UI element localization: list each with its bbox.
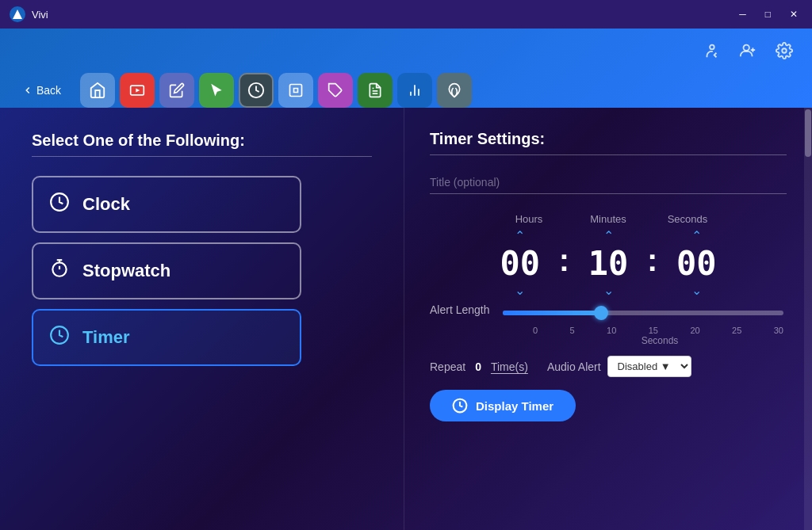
audio-alert-label: Audio Alert	[547, 360, 601, 373]
scrollbar-thumb	[805, 109, 811, 157]
slider-track	[503, 311, 784, 315]
right-panel: Timer Settings: Hours Minutes Seconds ⌃ …	[404, 108, 812, 530]
svg-marker-0	[13, 10, 22, 19]
svg-marker-7	[136, 89, 140, 93]
seconds-col: ⌃ 00 ⌄	[661, 228, 732, 299]
svg-point-1	[710, 45, 714, 50]
seconds-value: 00	[676, 244, 717, 283]
slider-thumb	[594, 306, 608, 320]
seconds-up-button[interactable]: ⌃	[690, 228, 703, 244]
stopwatch-option[interactable]: Stopwatch	[32, 242, 301, 299]
alert-length-label: Alert Length	[430, 303, 490, 316]
tick-30: 30	[774, 326, 783, 335]
svg-rect-9	[290, 85, 302, 97]
tick-15: 15	[649, 326, 658, 335]
display-timer-label: Display Timer	[476, 399, 553, 413]
chart-tool[interactable]	[397, 73, 432, 108]
doc-tool[interactable]	[358, 73, 393, 108]
display-timer-button[interactable]: Display Timer	[430, 390, 576, 421]
separator-1: :	[559, 242, 569, 284]
minimize-button[interactable]: ─	[734, 7, 751, 21]
minutes-down-button[interactable]: ⌄	[602, 283, 615, 299]
scrollbar[interactable]	[804, 108, 812, 530]
app-title: Vivi	[32, 9, 48, 21]
header-area: Back	[0, 29, 812, 108]
tick-5: 5	[570, 326, 575, 335]
hours-down-button[interactable]: ⌄	[513, 283, 527, 299]
bottom-row: Repeat 0 Time(s) Audio Alert Disabled ▼ …	[430, 356, 787, 377]
time-picker: ⌃ 00 ⌄ : ⌃ 10 ⌄ : ⌃ 00 ⌄	[430, 228, 787, 299]
separator-2: :	[647, 242, 657, 284]
minutes-col: ⌃ 10 ⌄	[573, 228, 644, 299]
select-divider	[32, 156, 372, 157]
time-labels: Hours Minutes Seconds	[430, 213, 787, 225]
clock-option-label: Clock	[82, 194, 130, 215]
slider-ticks: 0 5 10 15 20 25 30	[533, 326, 783, 335]
hours-value: 00	[500, 244, 540, 283]
timer-option-label: Timer	[82, 327, 130, 348]
video-tool[interactable]	[120, 73, 155, 108]
activity-icon-btn[interactable]	[699, 39, 723, 67]
main-content: Select One of the Following: Clock Stopw…	[0, 108, 812, 530]
clock-tool[interactable]	[239, 73, 274, 108]
clock-option[interactable]: Clock	[32, 176, 301, 233]
header-top	[0, 32, 812, 73]
maximize-button[interactable]: □	[760, 7, 776, 21]
close-button[interactable]: ✕	[785, 7, 802, 21]
tick-10: 10	[607, 326, 616, 335]
svg-point-2	[744, 45, 749, 51]
times-label: Time(s)	[491, 360, 528, 373]
titlebar: Vivi ─ □ ✕	[0, 0, 812, 29]
lotus-tool[interactable]	[437, 73, 472, 108]
settings-divider	[430, 154, 787, 155]
minutes-label: Minutes	[569, 213, 648, 225]
slider-unit: Seconds	[533, 335, 787, 346]
pen-tool[interactable]	[159, 73, 194, 108]
window-controls: ─ □ ✕	[734, 7, 802, 21]
timer-option[interactable]: Timer	[32, 309, 301, 366]
tick-0: 0	[533, 326, 538, 335]
hours-label: Hours	[489, 213, 569, 225]
repeat-value: 0	[472, 360, 485, 373]
home-tool[interactable]	[80, 73, 115, 108]
timer-option-icon	[49, 325, 70, 350]
tick-20: 20	[690, 326, 699, 335]
add-user-icon-btn[interactable]	[736, 39, 760, 67]
repeat-label: Repeat	[430, 360, 465, 373]
app-logo	[10, 6, 25, 22]
svg-point-5	[782, 48, 787, 53]
seconds-label: Seconds	[648, 213, 727, 225]
label-tool[interactable]	[318, 73, 353, 108]
cursor-tool[interactable]	[199, 73, 234, 108]
timer-settings-title: Timer Settings:	[430, 130, 787, 148]
titlebar-left: Vivi	[10, 6, 48, 22]
toolbar: Back	[0, 73, 812, 108]
audio-alert-select[interactable]: Disabled ▼ Beep Chime	[607, 356, 691, 377]
hours-col: ⌃ 00 ⌄	[485, 228, 556, 299]
back-button[interactable]: Back	[16, 81, 67, 100]
title-input[interactable]	[430, 171, 787, 194]
hours-up-button[interactable]: ⌃	[513, 228, 527, 244]
select-title: Select One of the Following:	[32, 132, 372, 150]
left-panel: Select One of the Following: Clock Stopw…	[0, 108, 404, 530]
clock-option-icon	[49, 192, 70, 217]
back-label: Back	[36, 84, 61, 97]
seconds-down-button[interactable]: ⌄	[690, 283, 703, 299]
slider-fill	[503, 311, 601, 315]
stopwatch-option-label: Stopwatch	[82, 261, 170, 281]
tick-25: 25	[732, 326, 741, 335]
minutes-value: 10	[588, 244, 629, 283]
settings-icon-btn[interactable]	[772, 39, 796, 67]
screen-tool[interactable]	[278, 73, 313, 108]
stopwatch-option-icon	[49, 258, 70, 284]
minutes-up-button[interactable]: ⌃	[602, 228, 615, 244]
